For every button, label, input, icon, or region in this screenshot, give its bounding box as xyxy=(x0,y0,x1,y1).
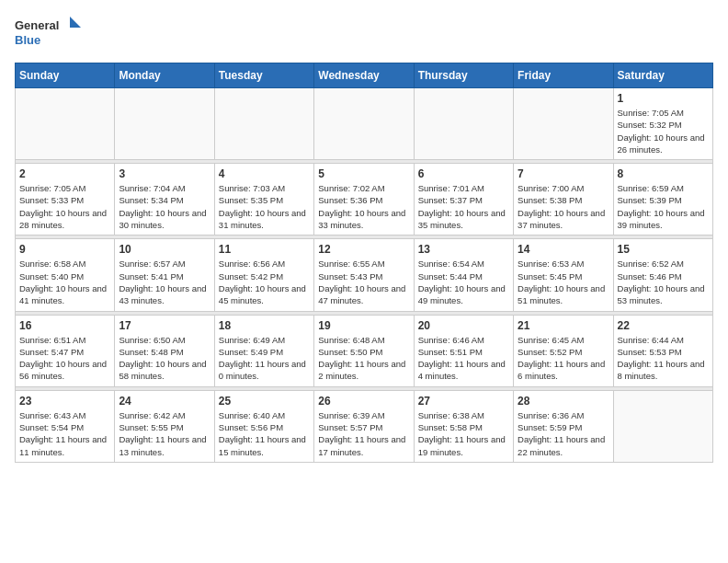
day-info: Sunrise: 6:45 AM Sunset: 5:52 PM Dayligh… xyxy=(518,334,609,383)
calendar-day: 9Sunrise: 6:58 AM Sunset: 5:40 PM Daylig… xyxy=(16,239,115,311)
day-info: Sunrise: 6:48 AM Sunset: 5:50 PM Dayligh… xyxy=(318,334,409,383)
calendar-day: 26Sunrise: 6:39 AM Sunset: 5:57 PM Dayli… xyxy=(314,390,414,462)
day-info: Sunrise: 7:00 AM Sunset: 5:38 PM Dayligh… xyxy=(518,182,609,231)
calendar-week-row: 2Sunrise: 7:05 AM Sunset: 5:33 PM Daylig… xyxy=(16,164,713,236)
day-number: 5 xyxy=(318,167,409,180)
calendar-day xyxy=(414,88,513,160)
logo-svg: General Blue xyxy=(15,15,88,52)
calendar-day: 11Sunrise: 6:56 AM Sunset: 5:42 PM Dayli… xyxy=(214,239,313,311)
day-header-sunday: Sunday xyxy=(16,63,115,88)
calendar-day: 20Sunrise: 6:46 AM Sunset: 5:51 PM Dayli… xyxy=(414,315,513,386)
calendar-day xyxy=(514,88,613,160)
day-info: Sunrise: 6:52 AM Sunset: 5:46 PM Dayligh… xyxy=(618,258,709,306)
calendar-day: 24Sunrise: 6:42 AM Sunset: 5:55 PM Dayli… xyxy=(115,390,214,462)
logo: General Blue xyxy=(15,15,88,52)
calendar-day: 10Sunrise: 6:57 AM Sunset: 5:41 PM Dayli… xyxy=(115,239,214,311)
calendar-day xyxy=(16,88,115,160)
calendar-day: 6Sunrise: 7:01 AM Sunset: 5:37 PM Daylig… xyxy=(414,164,513,236)
calendar-day: 18Sunrise: 6:49 AM Sunset: 5:49 PM Dayli… xyxy=(214,315,313,386)
day-number: 10 xyxy=(119,243,210,256)
day-header-tuesday: Tuesday xyxy=(214,63,313,88)
day-number: 26 xyxy=(318,395,409,408)
calendar-day: 5Sunrise: 7:02 AM Sunset: 5:36 PM Daylig… xyxy=(314,164,414,236)
day-info: Sunrise: 6:56 AM Sunset: 5:42 PM Dayligh… xyxy=(219,258,310,306)
day-info: Sunrise: 7:03 AM Sunset: 5:35 PM Dayligh… xyxy=(219,182,310,231)
day-header-friday: Friday xyxy=(514,63,613,88)
svg-text:General: General xyxy=(15,18,59,32)
day-info: Sunrise: 6:50 AM Sunset: 5:48 PM Dayligh… xyxy=(119,334,210,383)
day-number: 22 xyxy=(618,319,709,332)
calendar-day: 16Sunrise: 6:51 AM Sunset: 5:47 PM Dayli… xyxy=(16,315,115,386)
day-number: 15 xyxy=(618,243,709,256)
day-number: 17 xyxy=(119,319,210,332)
calendar-day: 17Sunrise: 6:50 AM Sunset: 5:48 PM Dayli… xyxy=(115,315,214,386)
calendar-day: 3Sunrise: 7:04 AM Sunset: 5:34 PM Daylig… xyxy=(115,164,214,236)
day-number: 4 xyxy=(219,167,310,180)
day-number: 11 xyxy=(219,243,310,256)
day-number: 21 xyxy=(518,319,609,332)
day-info: Sunrise: 6:40 AM Sunset: 5:56 PM Dayligh… xyxy=(219,409,310,458)
day-number: 27 xyxy=(418,395,509,408)
day-info: Sunrise: 6:46 AM Sunset: 5:51 PM Dayligh… xyxy=(418,334,509,383)
calendar-day: 19Sunrise: 6:48 AM Sunset: 5:50 PM Dayli… xyxy=(314,315,414,386)
day-info: Sunrise: 6:53 AM Sunset: 5:45 PM Dayligh… xyxy=(518,258,609,306)
calendar-day: 21Sunrise: 6:45 AM Sunset: 5:52 PM Dayli… xyxy=(514,315,613,386)
day-info: Sunrise: 6:58 AM Sunset: 5:40 PM Dayligh… xyxy=(19,258,110,306)
day-number: 8 xyxy=(618,167,709,180)
day-info: Sunrise: 6:59 AM Sunset: 5:39 PM Dayligh… xyxy=(618,182,709,231)
calendar-day xyxy=(314,88,414,160)
day-header-monday: Monday xyxy=(115,63,214,88)
calendar-day: 7Sunrise: 7:00 AM Sunset: 5:38 PM Daylig… xyxy=(514,164,613,236)
calendar-day: 25Sunrise: 6:40 AM Sunset: 5:56 PM Dayli… xyxy=(214,390,313,462)
day-info: Sunrise: 6:36 AM Sunset: 5:59 PM Dayligh… xyxy=(518,409,609,458)
calendar-day: 1Sunrise: 7:05 AM Sunset: 5:32 PM Daylig… xyxy=(613,88,712,160)
calendar-day: 22Sunrise: 6:44 AM Sunset: 5:53 PM Dayli… xyxy=(613,315,712,386)
calendar-day: 27Sunrise: 6:38 AM Sunset: 5:58 PM Dayli… xyxy=(414,390,513,462)
day-info: Sunrise: 7:05 AM Sunset: 5:32 PM Dayligh… xyxy=(618,107,709,155)
calendar-day: 8Sunrise: 6:59 AM Sunset: 5:39 PM Daylig… xyxy=(613,164,712,236)
calendar-header-row: SundayMondayTuesdayWednesdayThursdayFrid… xyxy=(16,63,713,88)
calendar-day xyxy=(613,390,712,462)
day-info: Sunrise: 6:43 AM Sunset: 5:54 PM Dayligh… xyxy=(19,409,110,458)
day-info: Sunrise: 6:49 AM Sunset: 5:49 PM Dayligh… xyxy=(219,334,310,383)
day-info: Sunrise: 7:05 AM Sunset: 5:33 PM Dayligh… xyxy=(19,182,110,231)
day-number: 25 xyxy=(219,395,310,408)
day-info: Sunrise: 7:04 AM Sunset: 5:34 PM Dayligh… xyxy=(119,182,210,231)
day-number: 9 xyxy=(19,243,110,256)
calendar-day: 15Sunrise: 6:52 AM Sunset: 5:46 PM Dayli… xyxy=(613,239,712,311)
day-number: 16 xyxy=(19,319,110,332)
day-header-thursday: Thursday xyxy=(414,63,513,88)
calendar-day xyxy=(214,88,313,160)
day-number: 2 xyxy=(19,167,110,180)
day-number: 7 xyxy=(518,167,609,180)
calendar-day: 28Sunrise: 6:36 AM Sunset: 5:59 PM Dayli… xyxy=(514,390,613,462)
day-info: Sunrise: 6:51 AM Sunset: 5:47 PM Dayligh… xyxy=(19,334,110,383)
svg-text:Blue: Blue xyxy=(15,33,40,47)
day-info: Sunrise: 7:02 AM Sunset: 5:36 PM Dayligh… xyxy=(318,182,409,231)
day-info: Sunrise: 6:57 AM Sunset: 5:41 PM Dayligh… xyxy=(119,258,210,306)
day-number: 3 xyxy=(119,167,210,180)
calendar-day: 13Sunrise: 6:54 AM Sunset: 5:44 PM Dayli… xyxy=(414,239,513,311)
day-info: Sunrise: 7:01 AM Sunset: 5:37 PM Dayligh… xyxy=(418,182,509,231)
calendar-day: 2Sunrise: 7:05 AM Sunset: 5:33 PM Daylig… xyxy=(16,164,115,236)
day-number: 18 xyxy=(219,319,310,332)
calendar-week-row: 23Sunrise: 6:43 AM Sunset: 5:54 PM Dayli… xyxy=(16,390,713,462)
calendar-day xyxy=(115,88,214,160)
day-number: 12 xyxy=(318,243,409,256)
day-info: Sunrise: 6:54 AM Sunset: 5:44 PM Dayligh… xyxy=(418,258,509,306)
calendar-table: SundayMondayTuesdayWednesdayThursdayFrid… xyxy=(15,63,713,463)
day-number: 13 xyxy=(418,243,509,256)
svg-marker-1 xyxy=(70,17,81,28)
calendar-day: 12Sunrise: 6:55 AM Sunset: 5:43 PM Dayli… xyxy=(314,239,414,311)
day-info: Sunrise: 6:44 AM Sunset: 5:53 PM Dayligh… xyxy=(618,334,709,383)
day-number: 19 xyxy=(318,319,409,332)
calendar-day: 23Sunrise: 6:43 AM Sunset: 5:54 PM Dayli… xyxy=(16,390,115,462)
day-header-saturday: Saturday xyxy=(613,63,712,88)
day-info: Sunrise: 6:42 AM Sunset: 5:55 PM Dayligh… xyxy=(119,409,210,458)
page-header: General Blue xyxy=(15,15,713,52)
calendar-day: 4Sunrise: 7:03 AM Sunset: 5:35 PM Daylig… xyxy=(214,164,313,236)
calendar-week-row: 1Sunrise: 7:05 AM Sunset: 5:32 PM Daylig… xyxy=(16,88,713,160)
day-info: Sunrise: 6:55 AM Sunset: 5:43 PM Dayligh… xyxy=(318,258,409,306)
day-number: 28 xyxy=(518,395,609,408)
day-number: 1 xyxy=(618,92,709,105)
